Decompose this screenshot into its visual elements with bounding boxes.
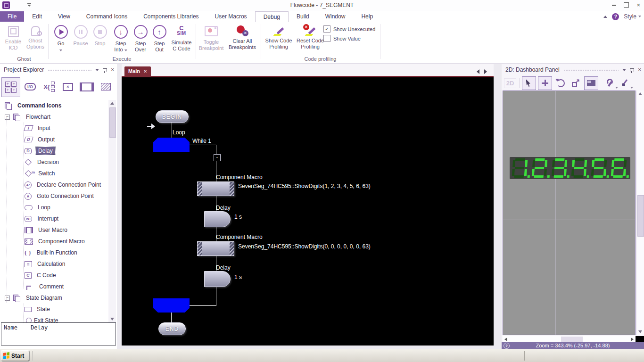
panel-close-icon[interactable]: × [111,67,114,72]
stop-button[interactable]: Stop [91,24,109,60]
expander-icon[interactable]: − [5,296,10,301]
pin-icon[interactable] [630,68,634,72]
menu-item-window[interactable]: Window [317,11,354,22]
scroll-up-icon[interactable] [110,102,114,105]
flowchart-canvas[interactable]: BEGIN Loop While 1 - Component Macro Sev… [122,77,494,346]
toggle-breakpoint-button[interactable]: ToggleBreakpoint [197,24,225,60]
begin-node[interactable]: BEGIN [156,110,189,123]
scrollbar-thumb[interactable] [109,107,116,138]
tab-scroll-left-icon[interactable] [477,69,479,74]
tree-item-delay[interactable]: DDelay [1,145,108,156]
component-macro-node[interactable] [197,241,234,256]
ghost-options-button[interactable]: GhostOptions [24,24,47,60]
property-editor[interactable]: Name Delay [1,322,116,346]
macro-expand-button[interactable]: X{ [40,77,58,96]
loop-end-node[interactable] [153,298,190,313]
right-splitter[interactable] [500,64,502,349]
tree-item-state-diagram[interactable]: −State Diagram [1,292,108,304]
property-value[interactable]: Delay [31,324,48,331]
tree-item-input[interactable]: IInput [1,123,108,134]
appearance-button[interactable] [618,77,631,90]
scroll-left-icon[interactable] [504,337,507,341]
tree-item-declare-connection-point[interactable]: A:Declare Connection Point [1,179,108,190]
restore-icon[interactable] [624,2,629,8]
tree-item-flowchart[interactable]: −Flowchart [1,111,108,123]
expander-icon[interactable]: − [5,115,10,120]
left-splitter[interactable] [117,64,122,349]
rotate-tool-button[interactable] [554,77,567,90]
tree-item-interrupt[interactable]: INTInterrupt [1,213,108,224]
close-icon[interactable]: × [636,3,640,8]
pan-tool-button[interactable] [538,76,552,90]
delay-node[interactable] [204,271,231,287]
collapse-toggle[interactable]: - [214,154,221,161]
dashboard-canvas[interactable] [503,90,636,335]
component-macro-node[interactable] [197,181,234,196]
step-over-button[interactable]: → StepOver [131,24,150,60]
tab-scroll-right-icon[interactable] [484,69,487,74]
pause-button[interactable]: Pause [71,24,91,60]
tree-item-exit-state[interactable]: Exit State [1,315,108,322]
loop-start-node[interactable] [153,138,190,152]
tree-item-goto-connection-point[interactable]: AGoto Connection Point [1,190,108,202]
tree-item-component-macro[interactable]: Component Macro [1,236,108,247]
collapse-ribbon-icon[interactable] [603,16,607,18]
menu-item-components-libraries[interactable]: Components Libraries [135,11,206,22]
seven-segment-display[interactable] [510,157,630,179]
dashboard-vscrollbar[interactable] [636,90,644,335]
tree-item-built-in-function[interactable]: { }Built-in Function [1,247,108,258]
panel-close-icon[interactable]: × [638,67,641,72]
scroll-right-icon[interactable] [631,337,634,341]
clear-all-breakpoints-button[interactable]: × Clear AllBreakpoints [225,24,259,60]
delete-macro-button[interactable]: × [59,77,77,96]
2d-mode-button[interactable]: 2D [504,77,517,90]
pin-icon[interactable] [103,68,107,72]
tree-item-state[interactable]: State [1,304,108,315]
view-grid-button[interactable]: ++++ [1,77,20,97]
tree-item-output[interactable]: OOutput [1,134,108,145]
tab-main[interactable]: Main × [124,66,151,76]
drag-grip[interactable] [563,68,619,71]
simulate-c-code-button[interactable]: CSIM SimulateC Code [169,24,194,60]
tree-item-loop[interactable]: Loop [1,202,108,213]
show-value-checkbox[interactable]: Show Value [323,35,361,42]
show-code-profiling-button[interactable]: Show CodeProfiling [263,24,294,60]
drag-grip[interactable] [48,68,91,71]
go-button[interactable]: Go [51,24,71,60]
grid-view-button[interactable] [584,76,598,90]
configure-button[interactable] [603,77,616,90]
tree-item-comment[interactable]: Comment [1,281,108,292]
menu-item-user-macros[interactable]: User Macros [207,11,255,22]
tree-item-user-macro[interactable]: User Macro [1,224,108,236]
menu-item-command-icons[interactable]: Command Icons [78,11,135,22]
end-node[interactable]: END [158,322,186,335]
show-unexecuted-checkbox[interactable]: ✓Show Unexecuted [323,25,375,33]
help-icon[interactable]: ? [612,13,619,20]
step-out-button[interactable]: ↑ StepOut [150,24,169,60]
help-icon[interactable]: ? [504,343,510,349]
scroll-up-icon[interactable] [638,92,642,95]
enable-icd-button[interactable]: EnableICD [3,24,24,60]
start-button[interactable]: Start [1,350,29,361]
menu-item-view[interactable]: View [50,11,78,22]
delay-node[interactable] [204,211,231,227]
scrollbar-thumb[interactable] [561,337,583,342]
reset-code-profiling-button[interactable]: × Reset CodeProfiling [295,24,325,60]
dashboard-hscrollbar[interactable] [503,336,636,342]
menu-item-file[interactable]: File [0,11,24,22]
user-macro-view-button[interactable] [78,77,96,96]
minimize-icon[interactable] [612,5,616,6]
io-view-button[interactable]: I/O [21,77,39,96]
panel-menu-icon[interactable] [95,69,99,71]
tree-item-command-icons[interactable]: Command Icons [1,100,108,111]
menu-item-build[interactable]: Build [289,11,317,22]
panel-menu-icon[interactable] [622,69,626,71]
tree-item-calculation[interactable]: ≡Calculation [1,258,108,270]
tree-scrollbar[interactable] [108,100,116,322]
menu-item-edit[interactable]: Edit [24,11,50,22]
menu-item-debug[interactable]: Debug [255,11,289,22]
select-tool-button[interactable] [522,76,536,90]
tree-item-c-code[interactable]: CC Code [1,270,108,281]
style-button[interactable]: Style [624,13,641,20]
tree-item-decision[interactable]: Decision [1,156,108,168]
